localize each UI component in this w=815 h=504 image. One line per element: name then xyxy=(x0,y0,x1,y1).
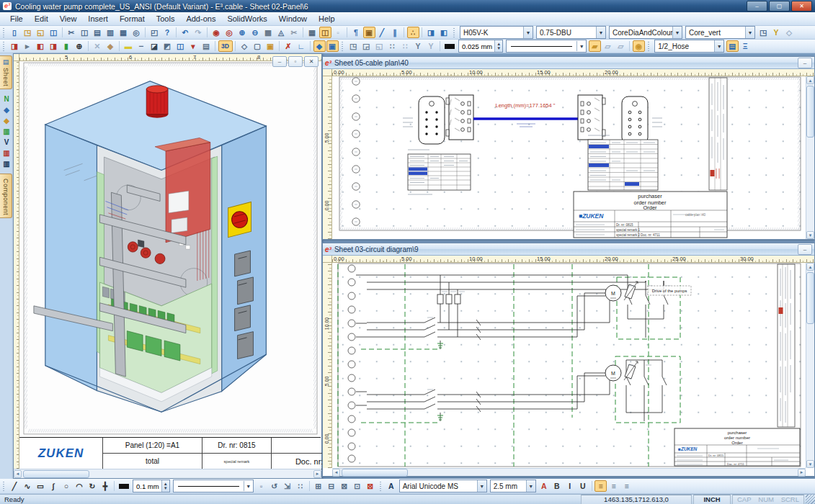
toolbar-grip[interactable] xyxy=(2,42,6,51)
chevron-down-icon[interactable]: ▼ xyxy=(672,27,682,38)
copy-a-button[interactable]: ⊞ xyxy=(312,480,324,492)
node-snap-button[interactable]: ∴ xyxy=(407,27,419,38)
chevron-down-icon[interactable]: ▼ xyxy=(745,27,754,38)
paste-button[interactable]: ▤ xyxy=(92,27,104,38)
cut-button[interactable]: ✂ xyxy=(66,27,78,38)
pipe-route-button[interactable]: Ξ xyxy=(739,40,752,52)
cube-gold-icon[interactable]: ◆ xyxy=(1,115,12,126)
pan-button[interactable]: ◈ xyxy=(104,40,117,52)
menu-item[interactable]: Tools xyxy=(151,14,181,23)
wire-fill-button[interactable]: ▰ xyxy=(589,40,601,52)
scroll-right-icon[interactable]: ► xyxy=(798,469,806,477)
copy-d-button[interactable]: ⊡ xyxy=(351,480,363,492)
menu-item[interactable]: View xyxy=(54,14,83,23)
transform-array-button[interactable]: ∷ xyxy=(294,480,306,492)
clipboard-button[interactable]: ▦ xyxy=(117,27,130,38)
grid-red-icon[interactable]: ▥ xyxy=(1,148,12,158)
find-entity-button[interactable]: ◬ xyxy=(275,27,288,38)
core-display-combo[interactable]: CoreDiaAndColour▼ xyxy=(609,26,682,39)
spinner-arrows-icon[interactable]: ▲▼ xyxy=(494,40,502,52)
spinner-arrows-icon[interactable]: ▲▼ xyxy=(161,480,169,492)
chevron-down-icon[interactable]: ▼ xyxy=(244,481,253,491)
block-a-button[interactable]: ∷ xyxy=(386,40,398,52)
scroll-right-icon[interactable]: ► xyxy=(313,470,321,478)
sheet-back-button[interactable]: ◧ xyxy=(35,40,47,52)
transform-rotate-button[interactable]: ↺ xyxy=(268,480,280,492)
zoom-in-button[interactable]: ⊕ xyxy=(236,27,249,38)
menu-item[interactable]: Help xyxy=(313,14,341,23)
sheet-forward-button[interactable]: ◨ xyxy=(48,40,60,52)
toolbar-grip[interactable] xyxy=(379,482,383,491)
menu-item[interactable]: Insert xyxy=(82,14,114,23)
trim-button[interactable]: ✂ xyxy=(288,27,300,38)
cable-canvas[interactable]: Length (mm)=177.1654 " xyxy=(332,76,806,239)
scroll-up-icon[interactable]: ▲ xyxy=(806,76,814,84)
open-project-button[interactable]: ◱ xyxy=(35,27,47,38)
bring-front-button[interactable]: ◨ xyxy=(425,27,437,38)
render-button[interactable]: ▣ xyxy=(326,40,339,52)
align-center-button[interactable]: ≡ xyxy=(607,480,620,492)
cabinet-button[interactable]: ▣ xyxy=(264,40,277,52)
toolbar-grip[interactable] xyxy=(647,42,651,51)
toolbar-grip[interactable] xyxy=(341,42,344,51)
circuit-canvas[interactable]: M M Drive of the pumps xyxy=(332,263,806,468)
wire-type-combo[interactable]: H05V-K▼ xyxy=(460,26,533,39)
menu-item[interactable]: Add-ons xyxy=(180,14,221,23)
import-button[interactable]: ◨ xyxy=(9,40,21,52)
transform-move-button[interactable]: ▫ xyxy=(255,480,267,492)
draw-arc-button[interactable]: ◠ xyxy=(74,480,86,492)
pin-button[interactable]: ▾ xyxy=(187,40,200,52)
unlink-button[interactable]: ✗ xyxy=(282,40,295,52)
menu-item[interactable]: Format xyxy=(114,14,151,23)
toolbar-grip[interactable] xyxy=(453,28,456,37)
v-marker-icon[interactable]: V xyxy=(1,137,12,148)
line-tool-button[interactable]: ╱ xyxy=(376,27,388,38)
cable-vscrollbar[interactable]: ▲ ▼ xyxy=(806,76,814,239)
paste-special-button[interactable]: ▥ xyxy=(104,27,117,38)
wire-gauge-combo[interactable]: 0.75-DBU▼ xyxy=(536,26,606,39)
close-button[interactable]: ✕ xyxy=(791,1,812,12)
find-replace-button[interactable]: ◎ xyxy=(130,27,143,38)
grid-green-icon[interactable]: ▥ xyxy=(1,126,12,137)
scroll-down-icon[interactable]: ▼ xyxy=(806,231,814,239)
hatch-b-button[interactable]: ▱ xyxy=(615,40,627,52)
menu-item[interactable]: File xyxy=(4,14,29,23)
cable-options-button[interactable]: ◇ xyxy=(783,27,796,38)
open-button[interactable]: ◳ xyxy=(22,27,34,38)
connect-b-button[interactable]: ◲ xyxy=(360,40,373,52)
new-button[interactable]: ▯ xyxy=(9,27,21,38)
save-button[interactable]: ◫ xyxy=(48,27,60,38)
draw-freehand-button[interactable]: ∿ xyxy=(22,480,34,492)
maximize-button[interactable]: ▢ xyxy=(769,1,790,12)
measure-button[interactable]: ┄ xyxy=(135,40,148,52)
scroll-thumb[interactable] xyxy=(806,86,814,138)
panel-3d-canvas[interactable] xyxy=(19,61,321,437)
child-close-button[interactable]: ✕ xyxy=(304,56,319,67)
page-copy-button[interactable]: ▤ xyxy=(200,40,213,52)
menu-item[interactable]: Edit xyxy=(29,14,54,23)
copy-button[interactable]: ◫ xyxy=(79,27,91,38)
line-color-swatch[interactable] xyxy=(119,484,129,489)
chevron-down-icon[interactable]: ▼ xyxy=(576,41,586,51)
draw-line-button[interactable]: ╱ xyxy=(9,480,21,492)
toolbar-grip[interactable] xyxy=(2,482,6,491)
chevron-down-icon[interactable]: ▼ xyxy=(523,27,533,38)
move-node-button[interactable]: ╋ xyxy=(99,480,112,492)
origin-button[interactable]: ⊕ xyxy=(74,40,86,52)
scroll-thumb[interactable] xyxy=(342,469,408,477)
panel-hscrollbar[interactable]: ◄ ► xyxy=(14,469,321,478)
print-button[interactable]: ◰ xyxy=(148,27,161,38)
highlight-button[interactable]: ▬ xyxy=(123,40,135,52)
transform-stretch-button[interactable]: ⇲ xyxy=(281,480,293,492)
line-style-combo[interactable]: ▼ xyxy=(173,480,254,492)
line-style-combo[interactable]: ▼ xyxy=(506,40,587,53)
hatch-a-button[interactable]: ▱ xyxy=(602,40,614,52)
hose-fitting-button[interactable]: ▤ xyxy=(726,40,739,52)
hose-combo[interactable]: 1/2_Hose▼ xyxy=(654,40,724,53)
draw-rect-button[interactable]: ▭ xyxy=(35,480,47,492)
delete-red-button[interactable]: ⊠ xyxy=(364,480,376,492)
resize-grip[interactable] xyxy=(806,495,815,504)
snap-button[interactable]: ◫ xyxy=(319,27,331,38)
assign-cable-button[interactable]: ◳ xyxy=(757,27,770,38)
zoom-all-button[interactable]: ▩ xyxy=(262,27,275,38)
